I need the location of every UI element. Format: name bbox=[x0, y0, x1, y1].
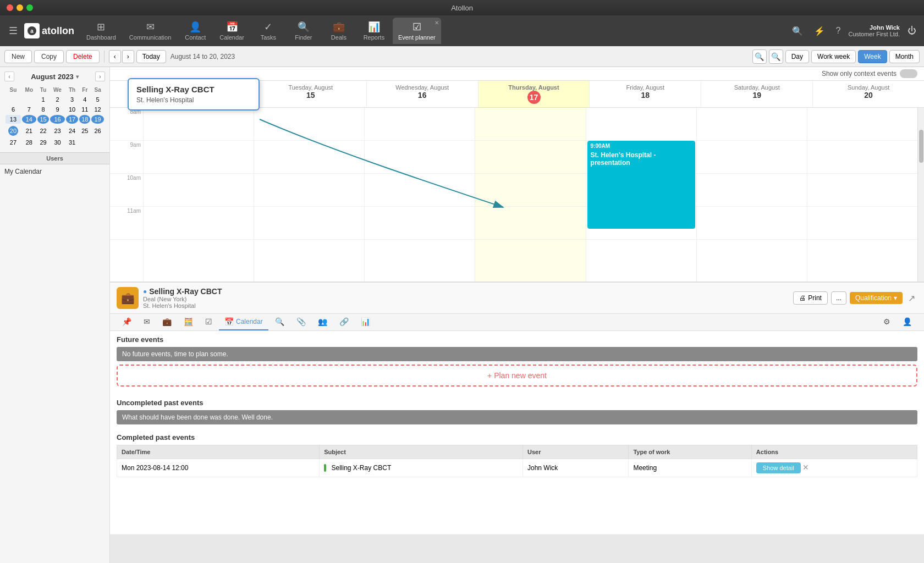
tab-settings[interactable]: ⚙ bbox=[878, 314, 896, 330]
cal-col-thu[interactable] bbox=[475, 108, 585, 282]
cal-day[interactable]: 11 bbox=[79, 105, 90, 114]
nav-tasks[interactable]: ✓ Tasks bbox=[252, 18, 285, 44]
scrollbar-thumb[interactable] bbox=[919, 130, 923, 163]
cal-day[interactable]: 31 bbox=[66, 138, 79, 147]
week-view-btn[interactable]: Week bbox=[858, 50, 887, 63]
cal-event-hospital[interactable]: 9:00AM St. Helen's Hospital - presentati… bbox=[587, 141, 695, 229]
cal-day[interactable]: 3 bbox=[66, 95, 79, 104]
tab-email[interactable]: ✉ bbox=[138, 314, 156, 330]
mini-cal-next[interactable]: › bbox=[95, 71, 105, 81]
cal-day[interactable]: 22 bbox=[37, 125, 50, 137]
hamburger-menu[interactable]: ☰ bbox=[4, 20, 22, 41]
cal-day[interactable]: 4 bbox=[79, 95, 90, 104]
prev-period-btn[interactable]: ‹ bbox=[109, 50, 121, 63]
tab-clip[interactable]: 📎 bbox=[291, 314, 311, 330]
minimize-button[interactable] bbox=[16, 4, 23, 11]
nav-deals[interactable]: 💼 Deals bbox=[322, 18, 355, 44]
qualification-button[interactable]: Qualification ▾ bbox=[850, 292, 903, 304]
cal-day[interactable]: 8 bbox=[37, 105, 50, 114]
plan-event-button[interactable]: + Plan new event bbox=[117, 365, 917, 387]
show-context-toggle[interactable] bbox=[900, 69, 917, 78]
nav-communication[interactable]: ✉ Communication bbox=[124, 18, 177, 44]
cal-col-sun[interactable] bbox=[807, 108, 917, 282]
zoom-out-btn[interactable]: 🔍 bbox=[769, 49, 783, 64]
tab-briefcase[interactable]: 💼 bbox=[157, 314, 177, 330]
cal-col-mon[interactable] bbox=[143, 108, 254, 282]
my-calendar-item[interactable]: My Calendar bbox=[0, 164, 109, 179]
zoom-in-btn[interactable]: 🔍 bbox=[752, 49, 767, 64]
cal-day[interactable]: 13 bbox=[6, 115, 21, 124]
cal-day[interactable]: 2 bbox=[50, 95, 64, 104]
cal-day[interactable]: 29 bbox=[37, 138, 50, 147]
today-button[interactable]: Today bbox=[136, 50, 166, 63]
nav-dashboard[interactable]: ⊞ Dashboard bbox=[81, 18, 122, 44]
tab-chart[interactable]: 📊 bbox=[355, 314, 376, 330]
tab-search[interactable]: 🔍 bbox=[270, 314, 290, 330]
expand-button[interactable]: ↗ bbox=[906, 291, 917, 306]
cal-day[interactable]: 10 bbox=[66, 105, 79, 114]
month-view-btn[interactable]: Month bbox=[889, 50, 920, 63]
tab-person[interactable]: 👤 bbox=[897, 314, 917, 330]
cal-day[interactable]: 23 bbox=[50, 125, 64, 137]
tab-check[interactable]: ☑ bbox=[200, 314, 218, 330]
row-close-button[interactable]: ✕ bbox=[802, 463, 809, 472]
cal-day[interactable]: 17 bbox=[66, 115, 79, 124]
show-detail-button[interactable]: Show detail bbox=[756, 462, 801, 473]
fullscreen-button[interactable] bbox=[26, 4, 33, 11]
tab-pin[interactable]: 📌 bbox=[117, 314, 137, 330]
cal-day[interactable]: 15 bbox=[37, 115, 50, 124]
nav-calendar[interactable]: 📅 Calendar bbox=[214, 18, 250, 44]
delete-button[interactable]: Delete bbox=[66, 50, 100, 63]
cal-day[interactable]: 6 bbox=[6, 105, 21, 114]
nav-contact[interactable]: 👤 Contact bbox=[179, 18, 212, 44]
window-controls[interactable] bbox=[7, 4, 33, 11]
user-info[interactable]: John Wick Customer First Ltd. bbox=[848, 24, 900, 37]
scrollbar[interactable] bbox=[917, 108, 924, 282]
cal-day[interactable] bbox=[91, 138, 104, 147]
nav-close-btn[interactable]: ✕ bbox=[435, 20, 439, 26]
day-view-btn[interactable]: Day bbox=[785, 50, 809, 63]
new-button[interactable]: New bbox=[4, 50, 32, 63]
tab-share[interactable]: 🔗 bbox=[334, 314, 354, 330]
cal-day[interactable]: 14 bbox=[22, 115, 36, 124]
cal-day[interactable]: 1 bbox=[37, 95, 50, 104]
lightning-btn[interactable]: ⚡ bbox=[811, 23, 828, 40]
copy-button[interactable]: Copy bbox=[34, 50, 64, 63]
print-button[interactable]: 🖨 Print bbox=[793, 291, 828, 305]
cal-col-fri[interactable]: 9:00AM St. Helen's Hospital - presentati… bbox=[586, 108, 696, 282]
search-btn[interactable]: 🔍 bbox=[789, 23, 806, 40]
cal-day[interactable]: 5 bbox=[91, 95, 104, 104]
cal-day[interactable]: 18 bbox=[79, 115, 90, 124]
cal-day[interactable]: 24 bbox=[66, 125, 79, 137]
cal-day[interactable]: 30 bbox=[50, 138, 64, 147]
cal-today[interactable]: 20 bbox=[6, 125, 21, 137]
help-btn[interactable]: ? bbox=[833, 23, 844, 39]
cal-day[interactable]: 9 bbox=[50, 105, 64, 114]
nav-event-planner[interactable]: ☑ Event planner ✕ bbox=[393, 18, 441, 44]
mini-cal-prev[interactable]: ‹ bbox=[4, 71, 14, 81]
next-period-btn[interactable]: › bbox=[122, 50, 134, 63]
nav-reports[interactable]: 📊 Reports bbox=[358, 18, 391, 44]
cal-day[interactable]: 26 bbox=[91, 125, 104, 137]
cal-day[interactable]: 27 bbox=[6, 138, 21, 147]
cal-day[interactable] bbox=[79, 138, 90, 147]
cal-day[interactable] bbox=[6, 95, 21, 104]
logout-btn[interactable]: ⏻ bbox=[904, 23, 920, 39]
app-logo[interactable]: a atollon bbox=[24, 23, 74, 38]
tab-calc[interactable]: 🧮 bbox=[178, 314, 199, 330]
event-popup[interactable]: Selling X-Ray CBCT St. Helen's Hospital bbox=[128, 78, 260, 111]
tab-calendar[interactable]: 📅 Calendar bbox=[219, 314, 268, 330]
cal-day[interactable]: 21 bbox=[22, 125, 36, 137]
cal-col-sat[interactable] bbox=[696, 108, 807, 282]
cal-day[interactable]: 19 bbox=[91, 115, 104, 124]
cal-day[interactable]: 7 bbox=[22, 105, 36, 114]
cal-col-tue[interactable] bbox=[254, 108, 364, 282]
cal-day[interactable] bbox=[22, 95, 36, 104]
workweek-view-btn[interactable]: Work week bbox=[811, 50, 856, 63]
more-button[interactable]: ... bbox=[831, 291, 846, 305]
cal-day[interactable]: 28 bbox=[22, 138, 36, 147]
cal-day[interactable]: 16 bbox=[50, 115, 64, 124]
close-button[interactable] bbox=[7, 4, 13, 11]
cal-day[interactable]: 12 bbox=[91, 105, 104, 114]
nav-finder[interactable]: 🔍 Finder bbox=[287, 18, 320, 44]
